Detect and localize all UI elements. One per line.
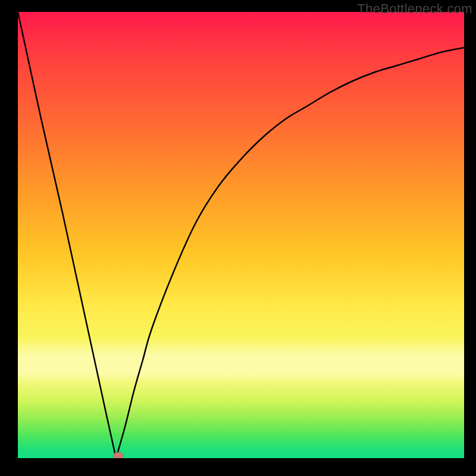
svg-point-0 xyxy=(114,452,123,458)
minimum-marker xyxy=(114,452,123,458)
bottleneck-curve xyxy=(18,12,464,458)
chart-frame: TheBottleneck.com xyxy=(0,0,476,476)
curve-layer xyxy=(18,12,464,458)
watermark-label: TheBottleneck.com xyxy=(358,1,472,17)
plot-area xyxy=(18,12,464,458)
